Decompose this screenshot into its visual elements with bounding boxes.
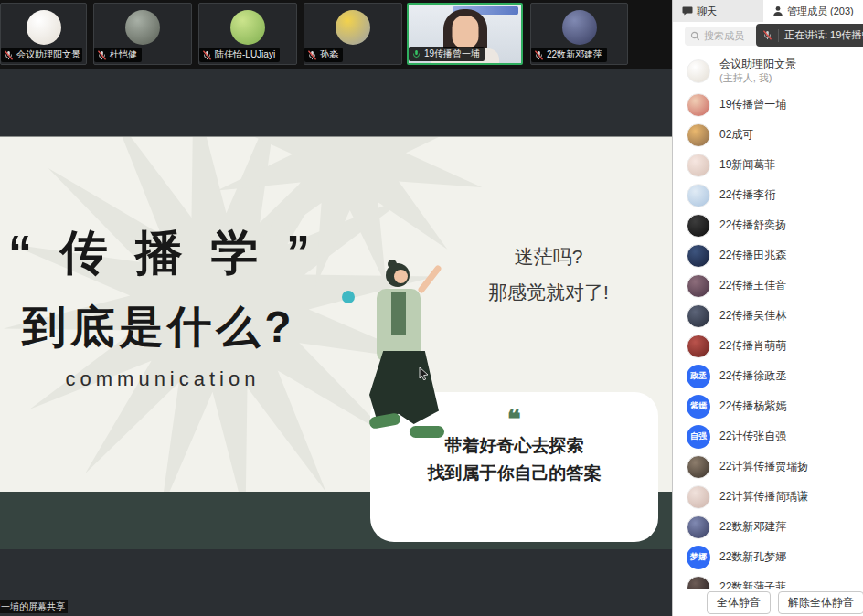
member-avatar	[687, 485, 710, 509]
member-name: 02成可	[719, 128, 753, 142]
member-row[interactable]: 02成可	[673, 120, 863, 150]
member-row[interactable]: 梦娜 22数新孔梦娜	[673, 542, 863, 572]
participant-avatar	[230, 10, 265, 45]
member-name: 19新闻葛菲	[719, 158, 775, 172]
illustration-face	[394, 270, 408, 283]
slide-title-line2: 到底是什么?	[0, 298, 360, 356]
member-avatar	[687, 576, 710, 589]
member-name: 22传播吴佳林	[719, 309, 786, 323]
search-placeholder: 搜索成员	[704, 29, 744, 43]
member-name: 22计算传播简瑀谦	[719, 490, 808, 504]
mic-muted-icon	[534, 50, 544, 60]
member-row[interactable]: 22数新邓建萍	[673, 512, 863, 542]
participant-name: 陆佳怡-LUJiayi	[215, 48, 275, 61]
video-tile-label: 陆佳怡-LUJiayi	[199, 48, 280, 62]
illustration-shoe	[368, 412, 401, 430]
member-name: 22传播肖萌萌	[719, 339, 786, 353]
screen-share-status-label: 曾一埔的屏幕共享	[0, 600, 68, 613]
member-avatar	[687, 184, 710, 207]
member-row[interactable]: 22数新蒲子菲	[673, 572, 863, 589]
member-name: 22传播舒奕扬	[719, 218, 786, 232]
participant-avatar	[27, 10, 61, 45]
member-avatar	[687, 214, 710, 238]
member-avatar: 梦娜	[687, 546, 710, 569]
video-tile[interactable]: 会议助理阳文景	[0, 3, 87, 65]
teal-dot-decoration	[342, 291, 355, 303]
caption-line1: 迷茫吗?	[515, 246, 583, 267]
mic-muted-icon	[202, 50, 212, 60]
panel-tabs: 聊天 管理成员 (203)	[673, 0, 863, 22]
video-tile-label: 19传播曾一埔	[409, 47, 485, 61]
member-row[interactable]: 22传播李衎	[673, 180, 863, 210]
member-name: 会议助理阳文景	[719, 58, 796, 71]
member-row[interactable]: 会议助理阳文景 (主持人, 我)	[673, 53, 863, 90]
video-tile-label: 孙淼	[304, 48, 343, 62]
caption-line2: 那感觉就对了!	[488, 281, 609, 303]
tab-manage-members[interactable]: 管理成员 (203)	[763, 0, 863, 22]
mic-muted-icon	[97, 50, 107, 60]
chat-bubble-icon	[682, 5, 693, 16]
video-tile-label: 会议助理阳文景	[1, 48, 82, 62]
video-tile[interactable]: 孙淼	[304, 3, 402, 65]
member-row[interactable]: 19传播曾一埔	[673, 90, 863, 120]
member-row[interactable]: 政丞 22传播徐政丞	[673, 361, 863, 391]
member-avatar	[687, 274, 710, 298]
member-row[interactable]: 紫嫣 22传播杨紫嫣	[673, 391, 863, 421]
main-stage: 会议助理阳文景 杜恺健	[0, 0, 672, 616]
member-avatar	[687, 515, 710, 539]
member-avatar	[687, 244, 710, 268]
mic-active-icon	[411, 49, 421, 59]
video-tile-label: 22数新邓建萍	[531, 48, 607, 62]
person-icon	[772, 5, 783, 16]
member-row[interactable]: 22计算传播简瑀谦	[673, 482, 863, 512]
member-row[interactable]: 22传播肖萌萌	[673, 331, 863, 361]
member-name: 22传播王佳音	[719, 279, 786, 292]
bubble-line2: 找到属于你自己的答案	[370, 460, 658, 487]
member-avatar	[687, 154, 710, 177]
member-avatar	[687, 304, 710, 328]
search-input[interactable]: 搜索成员	[685, 27, 758, 46]
video-tile[interactable]: 杜恺健	[93, 3, 192, 65]
video-tile[interactable]: 陆佳怡-LUJiayi	[198, 3, 297, 65]
member-name: 22数新邓建萍	[719, 520, 786, 534]
member-name: 19传播曾一埔	[719, 98, 786, 112]
tab-chat-label: 聊天	[697, 5, 717, 18]
member-name: 22传播田兆森	[719, 249, 786, 262]
member-name: 22传播杨紫嫣	[719, 399, 786, 413]
search-icon	[690, 31, 700, 41]
mic-muted-icon	[762, 30, 772, 40]
person-illustration	[369, 260, 461, 447]
member-name: 22数新孔梦娜	[719, 550, 786, 564]
member-row[interactable]: 22传播田兆森	[673, 240, 863, 271]
slide-caption: 迷茫吗? 那感觉就对了!	[430, 239, 667, 311]
video-tile[interactable]: 19传播曾一埔	[407, 3, 523, 65]
video-tile[interactable]: 22数新邓建萍	[530, 3, 628, 65]
member-row[interactable]: 22计算传播贾瑞扬	[673, 451, 863, 482]
shared-slide: “ 传 播 学 ” 到底是什么? communication 迷茫吗? 那感觉就…	[0, 136, 672, 549]
member-row[interactable]: 22传播吴佳林	[673, 301, 863, 331]
member-row[interactable]: 22传播王佳音	[673, 271, 863, 301]
participant-name: 19传播曾一埔	[424, 48, 480, 60]
tab-manage-members-label: 管理成员 (203)	[787, 5, 854, 18]
member-avatar	[687, 335, 710, 358]
member-name: 22计传张自强	[719, 430, 786, 443]
illustration-arm	[417, 264, 442, 294]
member-row[interactable]: 19新闻葛菲	[673, 150, 863, 180]
member-row[interactable]: 22传播舒奕扬	[673, 210, 863, 240]
member-actions-bar: 全体静音解除全体静音更多	[673, 589, 863, 616]
participant-name: 22数新邓建萍	[547, 48, 602, 61]
member-avatar: 政丞	[687, 365, 710, 388]
member-row[interactable]: 自强 22计传张自强	[673, 421, 863, 451]
illustration-shoe	[410, 426, 444, 438]
tab-chat[interactable]: 聊天	[673, 0, 763, 22]
member-name: 22传播徐政丞	[719, 369, 786, 383]
participant-name: 会议助理阳文景	[16, 48, 80, 61]
meeting-window: 会议助理阳文景 杜恺健	[0, 0, 863, 616]
speaking-toast: 正在讲话: 19传播曾一埔	[756, 24, 863, 47]
mic-muted-icon	[4, 50, 14, 60]
member-avatar	[687, 455, 710, 479]
mute-all-button[interactable]: 全体静音	[707, 591, 771, 614]
unmute-all-button[interactable]: 解除全体静音	[778, 591, 863, 614]
video-strip: 会议助理阳文景 杜恺健	[0, 0, 672, 69]
video-tile-label: 杜恺健	[94, 48, 142, 62]
